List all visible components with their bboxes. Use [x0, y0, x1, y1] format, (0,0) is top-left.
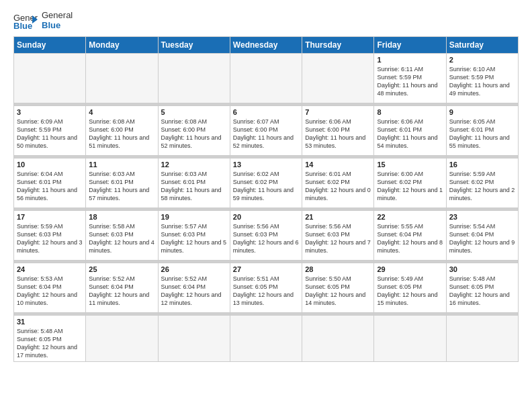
- calendar-cell: 13Sunrise: 6:02 AM Sunset: 6:02 PM Dayli…: [230, 158, 302, 208]
- day-number: 3: [17, 108, 83, 116]
- logo: General Blue General Blue: [13, 11, 73, 31]
- calendar-cell: 5Sunrise: 6:08 AM Sunset: 6:00 PM Daylig…: [158, 105, 230, 155]
- calendar-cell: 12Sunrise: 6:03 AM Sunset: 6:01 PM Dayli…: [158, 158, 230, 208]
- calendar-cell: [374, 315, 446, 362]
- weekday-header: Saturday: [446, 36, 518, 53]
- calendar-cell: 11Sunrise: 6:03 AM Sunset: 6:01 PM Dayli…: [86, 158, 158, 208]
- day-number: 30: [449, 265, 515, 273]
- day-info: Sunrise: 6:06 AM Sunset: 6:00 PM Dayligh…: [305, 118, 371, 150]
- calendar-cell: 14Sunrise: 6:01 AM Sunset: 6:02 PM Dayli…: [302, 158, 374, 208]
- calendar-cell: 24Sunrise: 5:53 AM Sunset: 6:04 PM Dayli…: [14, 263, 86, 312]
- calendar-cell: 19Sunrise: 5:57 AM Sunset: 6:03 PM Dayli…: [158, 210, 230, 260]
- logo-general: General: [42, 11, 73, 21]
- day-number: 11: [89, 161, 154, 169]
- calendar-cell: 22Sunrise: 5:55 AM Sunset: 6:04 PM Dayli…: [374, 210, 446, 260]
- day-number: 2: [449, 56, 515, 64]
- day-number: 20: [233, 213, 299, 221]
- calendar-cell: 4Sunrise: 6:08 AM Sunset: 6:00 PM Daylig…: [86, 105, 158, 155]
- calendar-cell: [302, 53, 374, 103]
- day-info: Sunrise: 5:56 AM Sunset: 6:03 PM Dayligh…: [233, 222, 299, 255]
- day-info: Sunrise: 5:53 AM Sunset: 6:04 PM Dayligh…: [17, 275, 83, 308]
- day-info: Sunrise: 5:51 AM Sunset: 6:05 PM Dayligh…: [233, 275, 299, 308]
- day-info: Sunrise: 6:02 AM Sunset: 6:02 PM Dayligh…: [233, 170, 299, 203]
- day-number: 5: [161, 108, 227, 116]
- logo-blue: Blue: [42, 21, 73, 31]
- day-info: Sunrise: 6:10 AM Sunset: 5:59 PM Dayligh…: [449, 65, 515, 98]
- calendar-cell: 27Sunrise: 5:51 AM Sunset: 6:05 PM Dayli…: [230, 263, 302, 312]
- svg-text:Blue: Blue: [13, 21, 32, 30]
- weekday-header-row: SundayMondayTuesdayWednesdayThursdayFrid…: [14, 36, 519, 53]
- calendar-cell: 2Sunrise: 6:10 AM Sunset: 5:59 PM Daylig…: [446, 53, 518, 103]
- calendar-cell: [230, 53, 302, 103]
- calendar-cell: 25Sunrise: 5:52 AM Sunset: 6:04 PM Dayli…: [86, 263, 158, 312]
- day-number: 12: [161, 161, 227, 169]
- calendar-cell: 20Sunrise: 5:56 AM Sunset: 6:03 PM Dayli…: [230, 210, 302, 260]
- day-info: Sunrise: 5:58 AM Sunset: 6:03 PM Dayligh…: [89, 222, 154, 255]
- day-info: Sunrise: 5:49 AM Sunset: 6:05 PM Dayligh…: [377, 275, 443, 308]
- calendar-cell: [86, 315, 158, 362]
- day-info: Sunrise: 5:57 AM Sunset: 6:03 PM Dayligh…: [161, 222, 227, 255]
- calendar-cell: [446, 315, 518, 362]
- calendar-cell: 10Sunrise: 6:04 AM Sunset: 6:01 PM Dayli…: [14, 158, 86, 208]
- day-info: Sunrise: 6:01 AM Sunset: 6:02 PM Dayligh…: [305, 170, 371, 203]
- calendar-cell: 18Sunrise: 5:58 AM Sunset: 6:03 PM Dayli…: [86, 210, 158, 260]
- day-number: 26: [161, 265, 227, 273]
- calendar-cell: [86, 53, 158, 103]
- logo-icon: General Blue: [13, 11, 38, 30]
- calendar-week-row: 3Sunrise: 6:09 AM Sunset: 5:59 PM Daylig…: [14, 105, 519, 155]
- day-number: 7: [305, 108, 371, 116]
- day-number: 6: [233, 108, 299, 116]
- day-number: 24: [17, 265, 83, 273]
- day-info: Sunrise: 5:55 AM Sunset: 6:04 PM Dayligh…: [377, 222, 443, 255]
- day-info: Sunrise: 6:00 AM Sunset: 6:02 PM Dayligh…: [377, 170, 443, 203]
- day-number: 4: [89, 108, 154, 116]
- day-number: 8: [377, 108, 443, 116]
- day-number: 10: [17, 161, 83, 169]
- day-info: Sunrise: 6:06 AM Sunset: 6:01 PM Dayligh…: [377, 118, 443, 150]
- calendar-week-row: 10Sunrise: 6:04 AM Sunset: 6:01 PM Dayli…: [14, 158, 519, 208]
- weekday-header: Friday: [374, 36, 446, 53]
- day-info: Sunrise: 6:03 AM Sunset: 6:01 PM Dayligh…: [89, 170, 154, 203]
- day-info: Sunrise: 6:03 AM Sunset: 6:01 PM Dayligh…: [161, 170, 227, 203]
- day-number: 21: [305, 213, 371, 221]
- calendar-cell: 8Sunrise: 6:06 AM Sunset: 6:01 PM Daylig…: [374, 105, 446, 155]
- day-info: Sunrise: 5:48 AM Sunset: 6:05 PM Dayligh…: [17, 327, 83, 360]
- day-info: Sunrise: 6:07 AM Sunset: 6:00 PM Dayligh…: [233, 118, 299, 150]
- day-info: Sunrise: 5:59 AM Sunset: 6:03 PM Dayligh…: [17, 222, 83, 255]
- weekday-header: Thursday: [302, 36, 374, 53]
- day-info: Sunrise: 5:56 AM Sunset: 6:03 PM Dayligh…: [305, 222, 371, 255]
- calendar-cell: 21Sunrise: 5:56 AM Sunset: 6:03 PM Dayli…: [302, 210, 374, 260]
- day-number: 27: [233, 265, 299, 273]
- day-number: 29: [377, 265, 443, 273]
- calendar-week-row: 24Sunrise: 5:53 AM Sunset: 6:04 PM Dayli…: [14, 263, 519, 312]
- day-info: Sunrise: 5:50 AM Sunset: 6:05 PM Dayligh…: [305, 275, 371, 308]
- calendar-cell: 17Sunrise: 5:59 AM Sunset: 6:03 PM Dayli…: [14, 210, 86, 260]
- calendar-cell: [158, 315, 230, 362]
- calendar-cell: 26Sunrise: 5:52 AM Sunset: 6:04 PM Dayli…: [158, 263, 230, 312]
- page-header: General Blue General Blue: [13, 11, 519, 31]
- day-info: Sunrise: 6:05 AM Sunset: 6:01 PM Dayligh…: [449, 118, 515, 150]
- day-number: 23: [449, 213, 515, 221]
- weekday-header: Monday: [86, 36, 158, 53]
- calendar-cell: 29Sunrise: 5:49 AM Sunset: 6:05 PM Dayli…: [374, 263, 446, 312]
- day-info: Sunrise: 6:08 AM Sunset: 6:00 PM Dayligh…: [89, 118, 154, 150]
- day-info: Sunrise: 5:54 AM Sunset: 6:04 PM Dayligh…: [449, 222, 515, 255]
- day-number: 22: [377, 213, 443, 221]
- day-number: 14: [305, 161, 371, 169]
- day-number: 25: [89, 265, 154, 273]
- calendar-cell: [230, 315, 302, 362]
- calendar-cell: [302, 315, 374, 362]
- day-number: 1: [377, 56, 443, 64]
- day-info: Sunrise: 5:59 AM Sunset: 6:02 PM Dayligh…: [449, 170, 515, 203]
- calendar-table: SundayMondayTuesdayWednesdayThursdayFrid…: [13, 36, 519, 363]
- day-number: 17: [17, 213, 83, 221]
- day-info: Sunrise: 5:48 AM Sunset: 6:05 PM Dayligh…: [449, 275, 515, 308]
- calendar-cell: 16Sunrise: 5:59 AM Sunset: 6:02 PM Dayli…: [446, 158, 518, 208]
- day-number: 13: [233, 161, 299, 169]
- calendar-cell: 7Sunrise: 6:06 AM Sunset: 6:00 PM Daylig…: [302, 105, 374, 155]
- day-number: 19: [161, 213, 227, 221]
- calendar-cell: 23Sunrise: 5:54 AM Sunset: 6:04 PM Dayli…: [446, 210, 518, 260]
- calendar-cell: 30Sunrise: 5:48 AM Sunset: 6:05 PM Dayli…: [446, 263, 518, 312]
- day-info: Sunrise: 6:08 AM Sunset: 6:00 PM Dayligh…: [161, 118, 227, 150]
- calendar-cell: 28Sunrise: 5:50 AM Sunset: 6:05 PM Dayli…: [302, 263, 374, 312]
